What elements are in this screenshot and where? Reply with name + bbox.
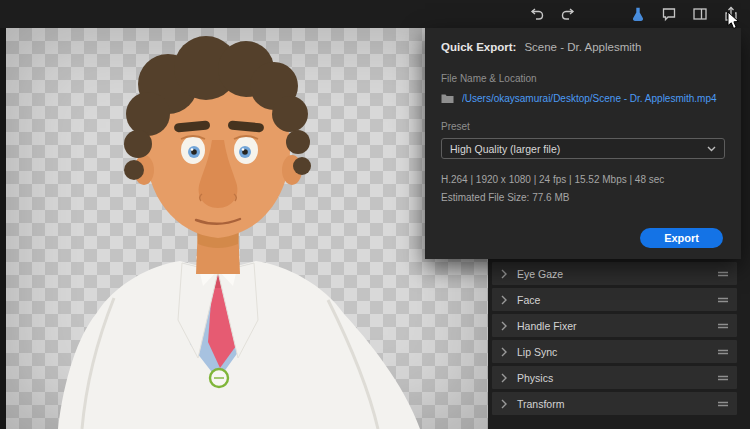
property-row-lip-sync[interactable]: Lip Sync <box>492 340 737 363</box>
property-label: Physics <box>517 372 553 384</box>
character-dr-applesmith <box>6 28 488 429</box>
file-location-label: File Name & Location <box>441 73 725 84</box>
property-row-transform[interactable]: Transform <box>492 392 737 415</box>
file-path-link[interactable]: /Users/okaysamurai/Desktop/Scene - Dr. A… <box>462 93 717 104</box>
chevron-right-icon <box>501 269 507 279</box>
undo-icon[interactable] <box>528 5 546 23</box>
preset-select[interactable]: High Quality (larger file) <box>441 138 725 159</box>
property-label: Eye Gaze <box>517 268 563 280</box>
chevron-right-icon <box>501 321 507 331</box>
drag-handle-icon[interactable] <box>718 348 728 356</box>
flask-icon[interactable] <box>629 5 647 23</box>
property-label: Handle Fixer <box>517 320 577 332</box>
preset-label: Preset <box>441 121 725 132</box>
chevron-down-icon <box>707 146 716 152</box>
scene-name: Scene - Dr. Applesmith <box>524 41 641 53</box>
quick-export-panel: Quick Export:Scene - Dr. Applesmith File… <box>425 28 741 259</box>
chevron-right-icon <box>501 373 507 383</box>
property-row-face[interactable]: Face <box>492 288 737 311</box>
scene-canvas[interactable] <box>6 28 488 429</box>
app-window: Eye Gaze Face Handle Fixer Lip Sync Phys <box>0 0 750 429</box>
export-button[interactable]: Export <box>640 228 723 248</box>
preset-value: High Quality (larger file) <box>450 143 560 155</box>
drag-handle-icon[interactable] <box>718 322 728 330</box>
drag-handle-icon[interactable] <box>718 374 728 382</box>
file-path-row[interactable]: /Users/okaysamurai/Desktop/Scene - Dr. A… <box>441 93 725 104</box>
share-icon[interactable] <box>722 5 740 23</box>
folder-icon <box>441 93 454 104</box>
property-row-eye-gaze[interactable]: Eye Gaze <box>492 262 737 285</box>
quick-export-title: Quick Export:Scene - Dr. Applesmith <box>441 41 725 53</box>
property-label: Lip Sync <box>517 346 557 358</box>
top-toolbar <box>0 0 750 28</box>
workspace-icon[interactable] <box>691 5 709 23</box>
chevron-right-icon <box>501 347 507 357</box>
export-specs: H.264 | 1920 x 1080 | 24 fps | 15.52 Mbp… <box>441 174 725 185</box>
quick-export-title-label: Quick Export: <box>441 41 516 53</box>
comment-icon[interactable] <box>660 5 678 23</box>
drag-handle-icon[interactable] <box>718 400 728 408</box>
property-label: Face <box>517 294 540 306</box>
drag-handle-icon[interactable] <box>718 270 728 278</box>
redo-icon[interactable] <box>559 5 577 23</box>
property-row-handle-fixer[interactable]: Handle Fixer <box>492 314 737 337</box>
chevron-right-icon <box>501 295 507 305</box>
properties-list: Eye Gaze Face Handle Fixer Lip Sync Phys <box>492 262 737 418</box>
property-label: Transform <box>517 398 564 410</box>
estimated-file-size: Estimated File Size: 77.6 MB <box>441 192 725 203</box>
drag-handle-icon[interactable] <box>718 296 728 304</box>
property-row-physics[interactable]: Physics <box>492 366 737 389</box>
chevron-right-icon <box>501 399 507 409</box>
toolbar-icon-group <box>528 0 740 28</box>
